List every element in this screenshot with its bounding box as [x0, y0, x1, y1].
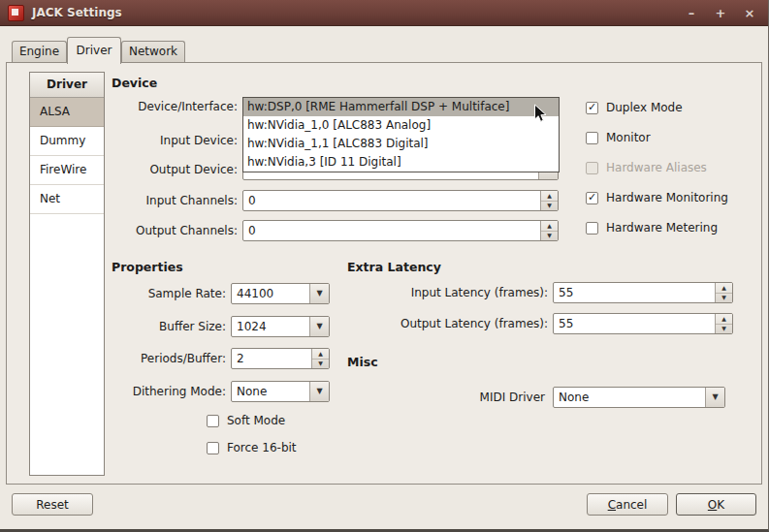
midi-driver-value: None — [554, 388, 705, 407]
midi-driver-label: MIDI Driver — [400, 387, 545, 408]
mouse-cursor — [533, 104, 548, 124]
app-icon[interactable] — [8, 5, 24, 21]
app-icon-glyph — [12, 9, 18, 16]
hardware-aliases-checkbox — [586, 162, 598, 174]
spinner-buttons: ▲ ▼ — [540, 191, 558, 210]
midi-driver-dropdown-button[interactable]: ▼ — [705, 388, 724, 407]
buffer-size-combobox[interactable]: 1024 ▼ — [231, 316, 330, 337]
hardware-metering-option[interactable]: Hardware Metering — [586, 218, 718, 237]
spinner-buttons: ▲ ▼ — [311, 349, 329, 368]
sample-rate-combobox[interactable]: 44100 ▼ — [231, 283, 330, 304]
tab-engine[interactable]: Engine — [12, 41, 67, 62]
output-latency-spinbox[interactable]: 55 ▲ ▼ — [553, 313, 733, 334]
dropdown-option-selected[interactable]: hw:DSP,0 [RME Hammerfall DSP + Multiface… — [243, 98, 559, 116]
cancel-button[interactable]: Cancel — [587, 493, 668, 516]
checkbox-label: Hardware Aliases — [606, 161, 707, 174]
chevron-down-icon: ▼ — [316, 388, 322, 395]
sample-rate-value: 44100 — [232, 284, 309, 303]
monitor-option[interactable]: Monitor — [586, 128, 651, 147]
spin-up-icon[interactable]: ▲ — [541, 221, 558, 232]
periods-buffer-spinbox[interactable]: 2 ▲ ▼ — [231, 348, 330, 369]
checkbox-label: Hardware Monitoring — [606, 191, 728, 204]
checkmark-icon: ✓ — [588, 192, 596, 203]
midi-driver-combobox[interactable]: None ▼ — [553, 387, 725, 408]
spinner-buttons: ▲ ▼ — [540, 221, 558, 240]
device-interface-dropdown: hw:DSP,0 [RME Hammerfall DSP + Multiface… — [242, 97, 560, 172]
cancel-button-label: Cancel — [608, 498, 648, 512]
chevron-down-icon: ▼ — [712, 393, 718, 401]
spin-down-icon[interactable]: ▼ — [312, 360, 329, 369]
close-button[interactable]: × — [739, 0, 760, 25]
checkmark-icon: ✓ — [588, 102, 596, 112]
soft-mode-checkbox[interactable] — [207, 415, 219, 427]
output-latency-value: 55 — [554, 314, 715, 333]
dithering-mode-combobox[interactable]: None ▼ — [231, 381, 330, 402]
device-section-title: Device — [112, 76, 157, 90]
spin-down-icon[interactable]: ▼ — [716, 325, 732, 334]
sample-rate-dropdown-button[interactable]: ▼ — [309, 284, 329, 303]
minimize-button[interactable]: – — [681, 0, 702, 25]
hardware-metering-checkbox[interactable] — [586, 222, 598, 235]
extra-latency-section-title: Extra Latency — [347, 260, 441, 274]
spin-down-icon[interactable]: ▼ — [541, 232, 558, 241]
spin-up-icon[interactable]: ▲ — [312, 349, 329, 360]
titlebar[interactable]: JACK Settings – + × — [0, 0, 768, 26]
tab-driver[interactable]: Driver — [67, 37, 121, 64]
device-interface-label: Device/Interface: — [87, 96, 238, 117]
window-title: JACK Settings — [32, 6, 673, 19]
spin-up-icon[interactable]: ▲ — [716, 283, 732, 294]
chevron-down-icon: ▼ — [316, 290, 322, 297]
soft-mode-option[interactable]: Soft Mode — [207, 411, 285, 430]
output-latency-label: Output Latency (frames): — [354, 313, 548, 334]
dithering-mode-value: None — [232, 382, 309, 401]
input-latency-value: 55 — [554, 283, 715, 302]
spin-up-icon[interactable]: ▲ — [716, 314, 732, 325]
input-channels-spinbox[interactable]: 0 ▲ ▼ — [242, 190, 559, 211]
output-channels-value: 0 — [243, 221, 540, 240]
monitor-checkbox[interactable] — [586, 132, 598, 144]
spinner-buttons: ▲ ▼ — [715, 283, 732, 302]
buffer-size-value: 1024 — [232, 317, 309, 336]
properties-section-title: Properties — [112, 260, 183, 274]
input-channels-label: Input Channels: — [87, 190, 238, 211]
dropdown-option[interactable]: hw:NVidia_1,0 [ALC883 Analog] — [243, 116, 559, 135]
checkbox-label: Duplex Mode — [606, 101, 683, 114]
force-16bit-checkbox[interactable] — [207, 442, 219, 454]
duplex-mode-checkbox[interactable]: ✓ — [586, 102, 598, 114]
checkbox-label: Monitor — [606, 131, 651, 144]
hardware-monitoring-checkbox[interactable]: ✓ — [586, 192, 598, 204]
buffer-size-label: Buffer Size: — [80, 316, 226, 337]
spin-up-icon[interactable]: ▲ — [541, 191, 558, 202]
reset-button[interactable]: Reset — [12, 493, 93, 516]
driver-list-header: Driver — [30, 73, 104, 98]
ok-button[interactable]: OK — [676, 493, 756, 516]
spin-down-icon[interactable]: ▼ — [541, 202, 558, 211]
jack-settings-window: JACK Settings – + × Engine Driver Networ… — [0, 0, 769, 532]
input-channels-value: 0 — [243, 191, 540, 210]
checkbox-label: Soft Mode — [227, 414, 285, 427]
reset-button-label: Reset — [36, 498, 69, 512]
dropdown-option[interactable]: hw:NVidia_1,1 [ALC883 Digital] — [243, 135, 559, 153]
periods-buffer-value: 2 — [232, 349, 311, 368]
dropdown-option[interactable]: hw:NVidia,3 [ID 11 Digital] — [243, 153, 559, 172]
spin-down-icon[interactable]: ▼ — [716, 294, 732, 303]
maximize-button[interactable]: + — [710, 0, 731, 25]
misc-section-title: Misc — [347, 355, 378, 369]
buffer-size-dropdown-button[interactable]: ▼ — [309, 317, 329, 336]
hardware-monitoring-option[interactable]: ✓ Hardware Monitoring — [586, 188, 728, 207]
output-device-label: Output Device: — [87, 159, 238, 180]
output-channels-spinbox[interactable]: 0 ▲ ▼ — [242, 220, 559, 241]
dithering-dropdown-button[interactable]: ▼ — [309, 382, 329, 401]
sample-rate-label: Sample Rate: — [80, 283, 226, 304]
duplex-mode-option[interactable]: ✓ Duplex Mode — [586, 98, 683, 117]
ok-button-label: OK — [708, 498, 724, 512]
tab-network[interactable]: Network — [121, 41, 185, 62]
input-latency-spinbox[interactable]: 55 ▲ ▼ — [553, 282, 733, 303]
checkbox-label: Force 16-bit — [227, 441, 297, 454]
output-channels-label: Output Channels: — [87, 220, 238, 241]
input-device-label: Input Device: — [87, 130, 238, 151]
input-latency-label: Input Latency (frames): — [354, 282, 548, 303]
spinner-buttons: ▲ ▼ — [715, 314, 732, 333]
chevron-down-icon: ▼ — [316, 323, 322, 330]
force-16bit-option[interactable]: Force 16-bit — [207, 438, 297, 457]
